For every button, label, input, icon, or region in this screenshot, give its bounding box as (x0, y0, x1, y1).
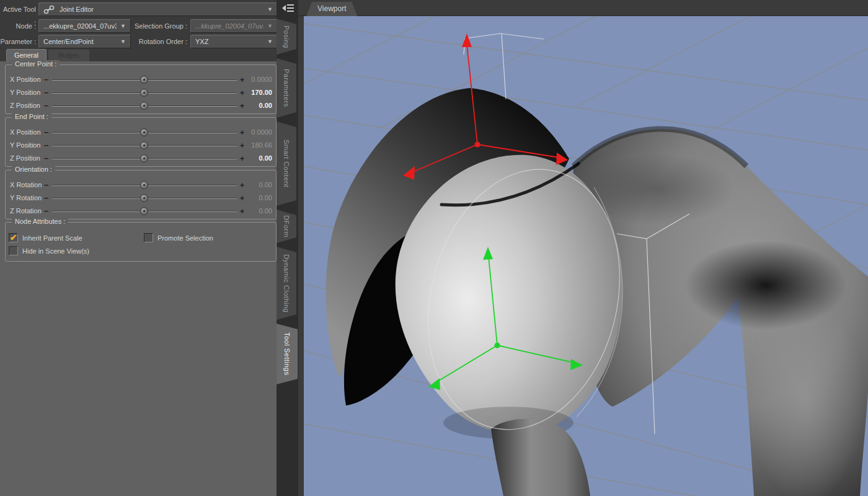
checkbox-promote-selection[interactable] (144, 233, 153, 242)
viewport-tab-bar: Viewport (298, 0, 868, 16)
slider-label: Y Position (10, 141, 40, 149)
slider-row: X Position − + 0.0000 (6, 75, 275, 85)
chevron-down-icon: ▼ (120, 23, 126, 29)
decrement-button[interactable]: − (42, 141, 50, 150)
slider-label: Y Position (10, 89, 40, 96)
side-tab-posing[interactable]: Posing (277, 19, 296, 55)
checkbox-label: Inherit Parent Scale (22, 234, 82, 242)
viewport-3d-canvas[interactable] (304, 16, 868, 496)
rotation-order-dropdown[interactable]: YXZ ▼ (190, 35, 278, 48)
slider-handle[interactable] (140, 128, 148, 136)
decrement-button[interactable]: − (42, 154, 50, 163)
decrement-button[interactable]: − (42, 88, 50, 97)
slider-label: X Rotation (10, 181, 42, 188)
group-orientation: Orientation : X Rotation − + 0.00 Y Rota… (5, 170, 277, 219)
parameter-value: Center/EndPoint (43, 38, 117, 45)
group-title: Orientation : (12, 166, 55, 173)
group-title: End Point : (12, 113, 51, 120)
rotation-order-label: Rotation Order : (130, 35, 187, 48)
chevron-down-icon: ▼ (267, 23, 273, 29)
slider-row: Z Position − + 0.00 (6, 154, 275, 164)
joint-editor-icon (43, 5, 55, 14)
slider-value[interactable]: 0.00 (229, 181, 272, 188)
group-title: Center Point : (12, 60, 60, 68)
slider-handle[interactable] (140, 102, 148, 110)
slider-handle[interactable] (140, 207, 148, 215)
side-tab-dynamic-clothing[interactable]: Dynamic Clothing (277, 247, 296, 320)
general-tab-page: Center Point : X Position − + 0.0000 Y P… (0, 61, 277, 496)
side-tab-tool-settings[interactable]: Tool Settings (277, 324, 298, 384)
side-tab-dform[interactable]: DForm (277, 210, 296, 243)
pane-menu-icon[interactable] (280, 2, 295, 16)
tab-general[interactable]: General (6, 49, 46, 61)
node-dropdown[interactable]: ...ekkupre_02004_07uv3 ▼ (38, 19, 131, 33)
group-end-point: End Point : X Position − + 0.0000 Y Posi… (5, 117, 277, 167)
slider-label: X Position (10, 76, 41, 83)
parameter-dropdown[interactable]: Center/EndPoint ▼ (38, 35, 131, 48)
decrement-button[interactable]: − (42, 193, 50, 203)
checkbox-inherit-parent-scale[interactable]: ✔ (9, 233, 18, 242)
selection-group-value: ...kkupre_02004_07uv3 (195, 22, 264, 30)
slider-value[interactable]: 0.00 (229, 194, 272, 202)
slider-row: X Rotation − + 0.00 (6, 180, 275, 190)
side-tab-smart-content[interactable]: Smart Content (277, 122, 296, 206)
group-center-point: Center Point : X Position − + 0.0000 Y P… (5, 64, 277, 114)
pane-tab-strip: Posing Parameters Smart Content DForm Dy… (277, 0, 298, 496)
tab-bulges: Bulges (48, 49, 90, 61)
slider-value[interactable]: 0.00 (229, 207, 272, 215)
active-tool-value: Joint Editor (60, 6, 264, 13)
group-title: Node Attributes : (12, 218, 68, 225)
slider-handle[interactable] (140, 141, 148, 149)
slider-value[interactable]: 0.00 (229, 154, 272, 162)
slider-handle[interactable] (140, 76, 148, 84)
side-tab-parameters[interactable]: Parameters (277, 58, 296, 118)
node-value: ...ekkupre_02004_07uv3 (43, 22, 117, 30)
slider-row: Z Position − + 0.00 (6, 101, 275, 111)
chevron-down-icon: ▼ (267, 38, 273, 45)
checkbox-label: Promote Selection (157, 234, 213, 242)
decrement-button[interactable]: − (42, 128, 50, 137)
slider-row: Y Rotation − + 0.00 (6, 193, 275, 203)
decrement-button[interactable]: − (42, 101, 50, 110)
slider-label: X Position (10, 128, 41, 136)
node-label: Node : (0, 19, 36, 33)
slider-value[interactable]: 170.00 (229, 89, 272, 96)
checkbox-label: Hide in Scene View(s) (22, 247, 89, 255)
chevron-down-icon: ▼ (267, 6, 273, 12)
chevron-down-icon: ▼ (120, 38, 126, 45)
slider-value[interactable]: 180.66 (229, 141, 272, 149)
slider-row: Y Position − + 180.66 (6, 141, 275, 151)
slider-value[interactable]: 0.00 (229, 102, 272, 109)
slider-value[interactable]: 0.0000 (229, 76, 272, 83)
active-tool-dropdown[interactable]: Joint Editor ▼ (38, 2, 278, 16)
slider-handle[interactable] (140, 194, 148, 202)
slider-row: Z Rotation − + 0.00 (6, 206, 275, 216)
decrement-button[interactable]: − (42, 75, 50, 84)
slider-handle[interactable] (140, 154, 148, 162)
parameter-label: Parameter : (0, 35, 36, 48)
slider-handle[interactable] (140, 89, 148, 97)
slider-row: Y Position − + 170.00 (6, 88, 275, 98)
tool-settings-panel: Active Tool : Joint Editor ▼ Node : ...e… (0, 0, 277, 496)
checkbox-hide-in-scene-views[interactable] (9, 246, 18, 255)
slider-label: Z Position (10, 154, 40, 162)
decrement-button[interactable]: − (42, 180, 50, 190)
selection-group-dropdown: ...kkupre_02004_07uv3 ▼ (190, 19, 278, 33)
panel-header: Active Tool : Joint Editor ▼ Node : ...e… (0, 0, 277, 61)
viewport-left-edge (298, 16, 304, 496)
slider-value[interactable]: 0.0000 (229, 128, 272, 136)
tab-viewport[interactable]: Viewport (306, 2, 357, 16)
app-window: Active Tool : Joint Editor ▼ Node : ...e… (0, 0, 868, 496)
selection-group-label: Selection Group : (130, 19, 187, 33)
decrement-button[interactable]: − (42, 206, 50, 216)
slider-handle[interactable] (140, 181, 148, 189)
rotation-order-value: YXZ (195, 38, 264, 45)
slider-label: Z Rotation (10, 207, 42, 215)
slider-label: Y Rotation (10, 194, 42, 202)
slider-row: X Position − + 0.0000 (6, 128, 275, 138)
group-node-attributes: Node Attributes : ✔ Inherit Parent Scale… (5, 222, 277, 262)
slider-label: Z Position (10, 102, 40, 109)
